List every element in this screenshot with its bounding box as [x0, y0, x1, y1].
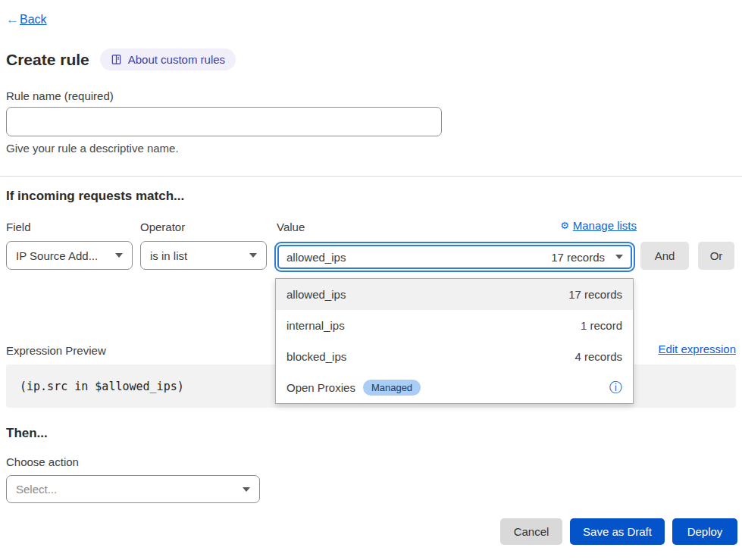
- chevron-down-icon: [249, 253, 257, 258]
- operator-label: Operator: [140, 221, 185, 233]
- list-item-allowed-ips[interactable]: allowed_ips 17 records: [276, 279, 633, 310]
- managed-badge: Managed: [363, 380, 421, 396]
- field-select[interactable]: IP Source Add...: [6, 241, 133, 270]
- save-as-draft-button[interactable]: Save as Draft: [570, 518, 665, 545]
- list-item-records: 4 records: [575, 350, 622, 363]
- list-item-internal-ips[interactable]: internal_ips 1 record: [276, 310, 633, 341]
- list-item-name: allowed_ips: [286, 288, 346, 301]
- chevron-down-icon: [115, 253, 123, 258]
- expression-code: (ip.src in $allowed_ips): [20, 380, 184, 393]
- deploy-button[interactable]: Deploy: [672, 518, 737, 545]
- field-label: Field: [6, 221, 31, 233]
- page-title: Create rule: [6, 51, 89, 69]
- list-item-records: 1 record: [581, 319, 622, 332]
- list-item-name: Open Proxies: [286, 381, 355, 394]
- list-item-open-proxies[interactable]: Open Proxies Managed ⓘ: [276, 372, 633, 403]
- back-arrow-icon: ←: [6, 12, 19, 27]
- or-button[interactable]: Or: [698, 242, 734, 270]
- list-item-name: blocked_ips: [286, 350, 346, 363]
- about-custom-rules-link[interactable]: About custom rules: [100, 48, 236, 70]
- value-label: Value: [277, 221, 305, 233]
- operator-select-value: is in list: [150, 249, 187, 262]
- book-icon: [111, 54, 122, 65]
- rule-name-label: Rule name (required): [6, 89, 114, 102]
- section-divider: [0, 176, 742, 177]
- list-item-blocked-ips[interactable]: blocked_ips 4 records: [276, 341, 633, 372]
- value-select-records: 17 records: [551, 251, 605, 264]
- edit-expression-link[interactable]: Edit expression: [658, 343, 736, 355]
- action-select[interactable]: Select...: [6, 475, 260, 503]
- list-item-name: internal_ips: [286, 319, 345, 332]
- action-select-placeholder: Select...: [16, 483, 57, 496]
- rule-name-input[interactable]: [6, 107, 442, 136]
- back-link[interactable]: ←Back: [6, 12, 47, 27]
- info-icon[interactable]: ⓘ: [609, 381, 622, 394]
- list-item-records: 17 records: [568, 288, 622, 301]
- match-section-heading: If incoming requests match...: [6, 189, 184, 204]
- cancel-button[interactable]: Cancel: [500, 518, 562, 545]
- manage-lists-label: Manage lists: [573, 219, 637, 232]
- expression-preview-label: Expression Preview: [6, 344, 106, 357]
- manage-lists-link[interactable]: ⚙ Manage lists: [560, 219, 637, 232]
- field-select-value: IP Source Add...: [16, 249, 98, 262]
- about-custom-rules-label: About custom rules: [128, 53, 225, 66]
- value-select-value: allowed_ips: [286, 251, 346, 264]
- value-select[interactable]: allowed_ips 17 records: [277, 245, 632, 269]
- then-section-heading: Then...: [6, 426, 48, 441]
- gear-icon: ⚙: [560, 220, 569, 231]
- chevron-down-icon: [615, 255, 623, 259]
- back-link-label: Back: [20, 13, 47, 27]
- and-button[interactable]: And: [640, 242, 689, 270]
- rule-name-helper: Give your rule a descriptive name.: [6, 142, 179, 155]
- value-dropdown-panel: allowed_ips 17 records internal_ips 1 re…: [275, 278, 634, 404]
- chevron-down-icon: [243, 487, 250, 492]
- title-row: Create rule About custom rules: [6, 48, 236, 70]
- create-rule-page: ←Back Create rule About custom rules Rul…: [0, 0, 742, 560]
- operator-select[interactable]: is in list: [140, 241, 267, 270]
- choose-action-label: Choose action: [6, 455, 79, 468]
